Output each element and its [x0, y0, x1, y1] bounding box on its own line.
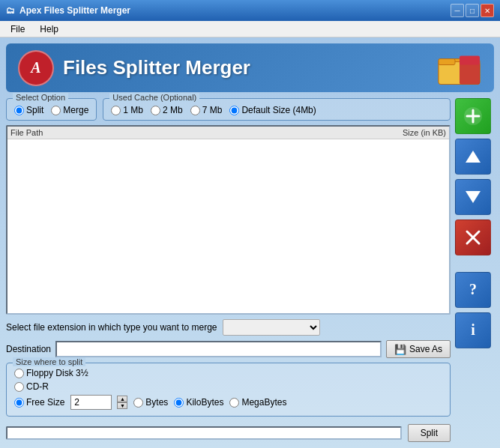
megabytes-radio[interactable] [229, 398, 239, 408]
cache-7mb-radio[interactable] [190, 106, 200, 115]
cache-7mb[interactable]: 7 Mb [190, 105, 223, 115]
select-option-label: Select Option [13, 93, 68, 102]
bytes-label: Bytes [145, 397, 168, 408]
app-icon: 🗂 [6, 5, 15, 16]
save-as-button[interactable]: 💾 Save As [386, 340, 451, 358]
svg-point-5 [464, 107, 482, 125]
free-option[interactable]: Free Size [14, 397, 64, 408]
destination-label: Destination [6, 344, 51, 354]
svg-text:i: i [471, 321, 475, 338]
help-button[interactable]: ? [455, 272, 491, 308]
merge-label: Merge [63, 105, 88, 115]
file-path-header: File Path [10, 128, 386, 137]
remove-button[interactable] [455, 220, 491, 255]
logo: A [18, 50, 54, 86]
title-bar-left: 🗂 Apex Files Splitter Merger [6, 5, 130, 16]
bytes-radio[interactable] [133, 398, 143, 408]
spin-up-button[interactable]: ▲ [117, 396, 127, 402]
cache-1mb-label: 1 Mb [123, 105, 143, 115]
menu-help[interactable]: Help [32, 22, 66, 36]
bytes-option[interactable]: Bytes [133, 397, 168, 408]
svg-marker-9 [466, 191, 481, 203]
merge-option[interactable]: Merge [51, 105, 88, 115]
file-size-header: Size (in KB) [386, 128, 446, 137]
menu-bar: File Help [0, 21, 500, 37]
size-group-label: Size where to split [13, 357, 85, 366]
extension-select[interactable] [223, 319, 320, 336]
cache-label: Used Cache (Optional) [109, 93, 199, 102]
save-icon: 💾 [394, 344, 406, 355]
extension-label: Select file extension in which type you … [6, 322, 217, 333]
free-size-input[interactable] [70, 395, 112, 410]
cache-1mb[interactable]: 1 Mb [111, 105, 143, 115]
content-area: Select Option Split Merge Used [6, 98, 494, 442]
header: A Files Splitter Merger [6, 43, 494, 92]
free-size-row: Free Size ▲ ▼ Bytes KiloBytes [14, 395, 442, 410]
logo-text: A [31, 59, 40, 76]
left-panel: Select Option Split Merge Used [6, 98, 451, 442]
select-option-group: Select Option Split Merge [6, 98, 97, 121]
cdr-radio[interactable] [14, 382, 24, 392]
cdr-option-row: CD-R [14, 381, 442, 392]
svg-line-10 [467, 231, 479, 243]
maximize-button[interactable]: □ [466, 4, 479, 17]
svg-rect-4 [460, 55, 480, 64]
minimize-button[interactable]: ─ [451, 4, 464, 17]
info-button[interactable]: i [455, 312, 491, 348]
free-radio[interactable] [14, 398, 24, 408]
file-list-header: File Path Size (in KB) [7, 127, 449, 139]
app-title: Files Splitter Merger [63, 56, 250, 79]
svg-marker-8 [466, 151, 481, 163]
cdr-label: CD-R [26, 381, 49, 392]
cache-default-label: Default Size (4Mb) [241, 105, 316, 115]
kilobytes-option[interactable]: KiloBytes [174, 397, 223, 408]
options-row: Select Option Split Merge Used [6, 98, 451, 121]
svg-rect-2 [439, 58, 455, 64]
svg-text:?: ? [469, 281, 477, 297]
cache-group: Used Cache (Optional) 1 Mb 2 Mb 7 Mb [103, 98, 451, 121]
megabytes-label: MegaBytes [241, 397, 286, 408]
right-panel: ? i [455, 98, 494, 442]
floppy-radio[interactable] [14, 369, 24, 378]
split-label: Split [26, 105, 43, 115]
cache-2mb[interactable]: 2 Mb [151, 105, 183, 115]
floppy-option[interactable]: Floppy Disk 3½ [14, 368, 88, 378]
move-up-button[interactable] [455, 139, 491, 175]
destination-row: Destination 💾 Save As [6, 340, 451, 358]
megabytes-option[interactable]: MegaBytes [229, 397, 286, 408]
size-group: Size where to split Floppy Disk 3½ CD-R [6, 363, 451, 417]
progress-bar [6, 426, 402, 440]
split-button[interactable]: Split [408, 424, 451, 442]
menu-file[interactable]: File [3, 22, 32, 36]
select-option-radios: Split Merge [14, 105, 88, 115]
header-folder-icon [437, 48, 482, 88]
cache-2mb-radio[interactable] [151, 106, 160, 115]
split-option[interactable]: Split [14, 105, 43, 115]
split-radio[interactable] [14, 106, 24, 115]
cache-7mb-label: 7 Mb [202, 105, 223, 115]
free-label: Free Size [26, 397, 64, 408]
size-spinner: ▲ ▼ [117, 396, 127, 409]
kilobytes-radio[interactable] [174, 398, 184, 408]
cdr-option[interactable]: CD-R [14, 381, 49, 392]
destination-input[interactable] [55, 341, 382, 357]
kilobytes-label: KiloBytes [186, 397, 223, 408]
merge-radio[interactable] [51, 106, 61, 115]
cache-1mb-radio[interactable] [111, 106, 121, 115]
cache-2mb-label: 2 Mb [163, 105, 183, 115]
title-bar-controls: ─ □ ✕ [451, 4, 494, 17]
spin-down-button[interactable]: ▼ [117, 402, 127, 409]
svg-line-11 [467, 231, 479, 243]
window-title: Apex Files Splitter Merger [19, 5, 130, 16]
add-button[interactable] [455, 98, 491, 134]
extension-row: Select file extension in which type you … [6, 319, 451, 336]
file-list-body[interactable] [7, 139, 449, 309]
move-down-button[interactable] [455, 179, 491, 215]
title-bar: 🗂 Apex Files Splitter Merger ─ □ ✕ [0, 0, 500, 21]
close-button[interactable]: ✕ [481, 4, 494, 17]
main-window: A Files Splitter Merger Select Option [0, 37, 500, 448]
cache-default[interactable]: Default Size (4Mb) [229, 105, 316, 115]
cache-default-radio[interactable] [229, 106, 239, 115]
floppy-label: Floppy Disk 3½ [26, 368, 88, 378]
svg-rect-3 [460, 61, 480, 84]
